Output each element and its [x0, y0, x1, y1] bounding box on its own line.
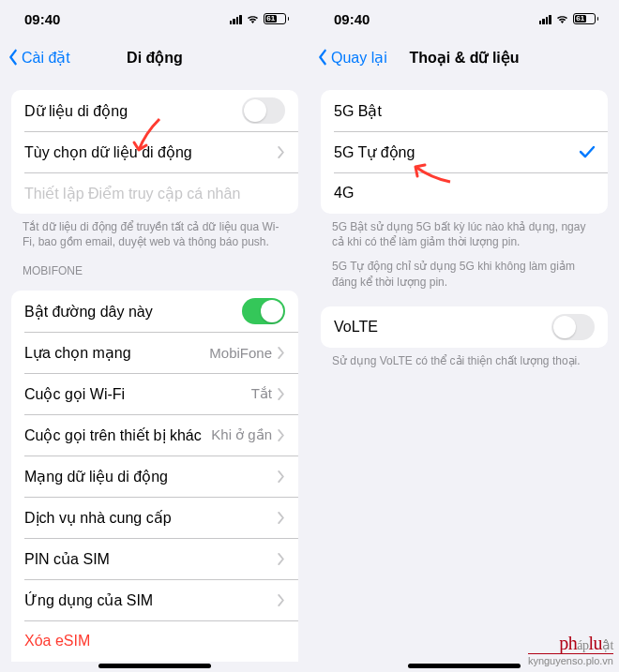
volte-label: VoLTE — [334, 319, 551, 336]
wifi-calling-label: Cuộc gọi Wi-Fi — [24, 385, 251, 403]
cellular-network-row[interactable]: Mạng dữ liệu di động — [11, 455, 298, 497]
cellular-data-row[interactable]: Dữ liệu di động — [11, 90, 298, 131]
status-time: 09:40 — [334, 11, 370, 27]
option-4g-row[interactable]: 4G — [321, 172, 608, 214]
chevron-right-icon — [278, 146, 285, 158]
back-button[interactable]: Quay lại — [317, 49, 387, 67]
sim-apps-row[interactable]: Ứng dụng của SIM — [11, 579, 298, 620]
cellular-data-toggle[interactable] — [242, 97, 285, 124]
delete-esim-row[interactable]: Xóa eSIM — [11, 620, 298, 662]
wifi-calling-value: Tắt — [251, 385, 272, 402]
battery-icon: 61 — [573, 13, 599, 24]
carrier-services-label: Dịch vụ nhà cung cấp — [24, 509, 278, 527]
turn-on-line-toggle[interactable] — [242, 298, 285, 324]
status-bar: 09:40 61 — [310, 0, 619, 37]
data-options-label: Tùy chọn dữ liệu di động — [24, 143, 278, 161]
hotspot-label: Thiết lập Điểm truy cập cá nhân — [24, 185, 285, 202]
watermark: phápluật kynguyenso.plo.vn — [528, 634, 613, 666]
status-icons: 61 — [230, 13, 290, 24]
status-bar: 09:40 61 — [0, 0, 310, 37]
option-5g-on-row[interactable]: 5G Bật — [321, 90, 608, 131]
back-label: Cài đặt — [22, 49, 70, 67]
option-4g-label: 4G — [334, 185, 595, 202]
cellular-footer-text: Tắt dữ liệu di động để truyền tất cả dữ … — [0, 214, 310, 249]
hotspot-row: Thiết lập Điểm truy cập cá nhân — [11, 172, 298, 214]
carrier-services-row[interactable]: Dịch vụ nhà cung cấp — [11, 497, 298, 538]
cellular-network-label: Mạng dữ liệu di động — [24, 468, 278, 485]
cellular-signal-icon — [230, 14, 242, 24]
carrier-section-header: MOBIFONE — [0, 249, 310, 281]
cellular-signal-icon — [539, 14, 551, 24]
chevron-right-icon — [278, 388, 285, 400]
calls-other-devices-row[interactable]: Cuộc gọi trên thiết bị khác Khi ở gần — [11, 414, 298, 455]
sim-apps-label: Ứng dụng của SIM — [24, 591, 278, 609]
data-options-row[interactable]: Tùy chọn dữ liệu di động — [11, 131, 298, 172]
sim-pin-row[interactable]: PIN của SIM — [11, 538, 298, 579]
turn-on-line-label: Bật đường dây này — [24, 303, 242, 321]
checkmark-icon — [580, 145, 595, 158]
watermark-url: kynguyenso.plo.vn — [528, 656, 613, 666]
voice-data-options-group: 5G Bật 5G Tự động 4G — [321, 90, 608, 214]
back-label: Quay lại — [331, 49, 387, 67]
wifi-calling-row[interactable]: Cuộc gọi Wi-Fi Tắt — [11, 373, 298, 414]
delete-esim-label: Xóa eSIM — [24, 633, 285, 650]
volte-toggle[interactable] — [551, 314, 595, 340]
calls-other-value: Khi ở gần — [211, 426, 272, 443]
wifi-icon — [246, 14, 260, 24]
option-5g-auto-row[interactable]: 5G Tự động — [321, 131, 608, 172]
option-5g-auto-label: 5G Tự động — [334, 143, 580, 161]
settings-group-data: Dữ liệu di động Tùy chọn dữ liệu di động… — [11, 90, 298, 214]
turn-on-line-row[interactable]: Bật đường dây này — [11, 291, 298, 332]
chevron-right-icon — [278, 470, 285, 483]
wifi-icon — [555, 14, 569, 24]
right-screenshot: 09:40 61 Quay lại Thoại & dữ liệu 5G Bật — [310, 0, 619, 672]
status-time: 09:40 — [24, 11, 60, 27]
volte-row[interactable]: VoLTE — [321, 306, 608, 348]
footer-5g-auto: 5G Tự động chỉ sử dụng 5G khi không làm … — [310, 249, 619, 289]
chevron-right-icon — [278, 347, 285, 359]
network-selection-value: MobiFone — [209, 345, 272, 361]
option-5g-on-label: 5G Bật — [334, 102, 595, 120]
left-screenshot: 09:40 61 Cài đặt Di động Dữ liệu di động — [0, 0, 310, 672]
back-button[interactable]: Cài đặt — [8, 49, 70, 67]
footer-5g-on: 5G Bật sử dụng 5G bất kỳ lúc nào khả dụn… — [310, 214, 619, 249]
home-indicator — [98, 664, 211, 668]
nav-bar: Quay lại Thoại & dữ liệu — [310, 37, 619, 77]
battery-icon: 61 — [264, 13, 290, 24]
calls-other-label: Cuộc gọi trên thiết bị khác — [24, 426, 211, 444]
chevron-right-icon — [278, 594, 285, 606]
sim-pin-label: PIN của SIM — [24, 550, 278, 568]
volte-group: VoLTE — [321, 306, 608, 348]
network-selection-row[interactable]: Lựa chọn mạng MobiFone — [11, 332, 298, 373]
status-icons: 61 — [539, 13, 599, 24]
chevron-right-icon — [278, 429, 285, 441]
network-selection-label: Lựa chọn mạng — [24, 344, 209, 362]
chevron-right-icon — [278, 553, 285, 565]
cellular-data-label: Dữ liệu di động — [24, 102, 242, 120]
settings-group-carrier: Bật đường dây này Lựa chọn mạng MobiFone… — [11, 291, 298, 662]
watermark-brand: phápluật — [528, 634, 613, 652]
nav-bar: Cài đặt Di động — [0, 37, 310, 77]
home-indicator — [408, 664, 521, 668]
footer-volte: Sử dụng VoLTE có thể cải thiện chất lượn… — [310, 348, 619, 368]
chevron-right-icon — [278, 512, 285, 524]
